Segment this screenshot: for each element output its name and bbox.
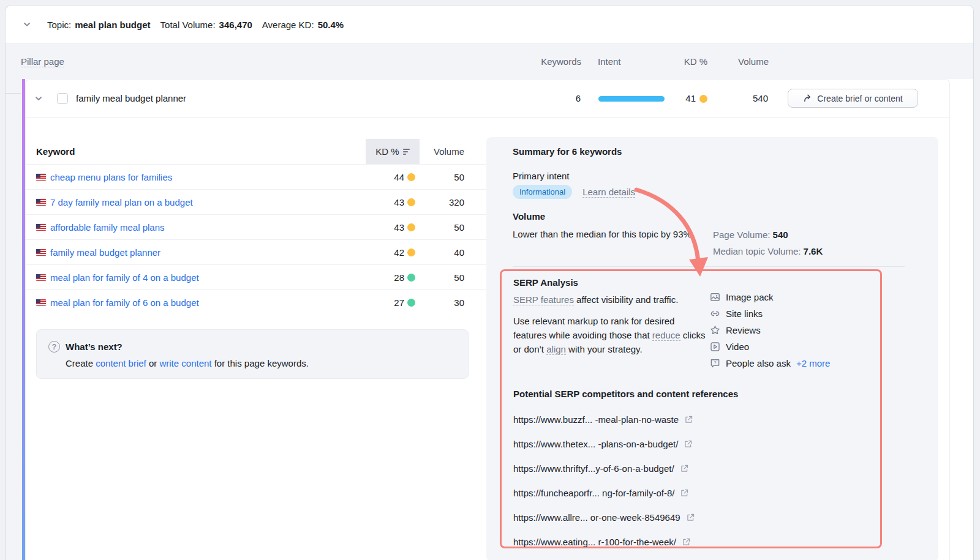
volume-value: 320 <box>420 197 464 207</box>
volume-value: 40 <box>420 247 464 258</box>
kd-difficulty-dot <box>407 299 415 307</box>
content-brief-link[interactable]: content brief <box>96 358 146 368</box>
site-links-icon <box>710 308 720 319</box>
table-row: cheap menu plans for families4450 <box>26 164 491 189</box>
keyword-link[interactable]: cheap menu plans for families <box>50 172 172 182</box>
serp-feature-label: Video <box>726 342 749 352</box>
competitor-url-row: https://www.eating... r-100-for-the-week… <box>513 529 695 554</box>
us-flag-icon <box>36 224 46 231</box>
external-link-icon[interactable] <box>680 464 689 473</box>
chevron-down-icon[interactable] <box>23 20 31 29</box>
keyword-link[interactable]: meal plan for family of 6 on a budget <box>50 297 199 308</box>
us-flag-icon <box>36 299 46 306</box>
external-link-icon[interactable] <box>682 537 691 547</box>
us-flag-icon <box>36 174 46 181</box>
pillar-card: family meal budget planner 6 41 540 Crea… <box>25 79 950 560</box>
serp-feature-label: People also ask <box>726 358 791 368</box>
chevron-down-icon[interactable] <box>34 94 43 103</box>
kd-cell: 43 <box>366 222 420 233</box>
image-pack-icon <box>710 292 720 302</box>
text: Create <box>66 358 96 368</box>
keyword-cell: affordable family meal plans <box>26 222 366 233</box>
keyword-link[interactable]: affordable family meal plans <box>50 222 165 233</box>
serp-feature-item: Reviews <box>710 324 830 336</box>
topic-value: meal plan budget <box>75 20 150 30</box>
competitors-title: Potential SERP competitors and content r… <box>513 389 738 399</box>
align-link[interactable]: align <box>546 344 566 355</box>
header-kd-label: KD % <box>375 146 399 157</box>
volume-value: 30 <box>420 297 464 308</box>
kd-difficulty-dot <box>407 198 415 206</box>
header-kd-sort[interactable]: KD % <box>366 139 420 164</box>
serp-feature-label: Site links <box>726 308 763 319</box>
whats-next-text: Create content brief or write content fo… <box>66 358 309 368</box>
intent-badge[interactable]: Informational <box>513 185 572 199</box>
question-circle-icon: ? <box>48 341 60 353</box>
kd-cell: 43 <box>366 197 420 207</box>
kd-cell: 44 <box>366 172 420 182</box>
kd-value: 28 <box>394 272 404 283</box>
total-volume-label: Total Volume: <box>160 20 216 30</box>
keyword-rows: cheap menu plans for families44507 day f… <box>26 164 491 315</box>
kd-value: 43 <box>394 222 404 233</box>
median-volume-value: 7.6K <box>804 246 823 256</box>
write-content-link[interactable]: write content <box>159 358 211 368</box>
pillar-page-label[interactable]: Pillar page <box>21 56 64 67</box>
competitor-url: https://www.thriftyf...y-of-6-on-a-budge… <box>513 463 674 474</box>
competitor-url-row: https://www.buzzf... -meal-plan-no-waste <box>513 407 695 431</box>
volume-section-label: Volume <box>513 211 545 222</box>
serp-feature-label: Reviews <box>726 325 761 335</box>
page-volume-stat: Page Volume: 540 <box>713 230 788 240</box>
serp-intro: SERP features affect visibility and traf… <box>513 294 678 305</box>
us-flag-icon <box>36 199 46 206</box>
whats-next-title: What’s next? <box>66 342 123 352</box>
pillar-checkbox[interactable] <box>57 93 68 104</box>
more-features-link[interactable]: +2 more <box>796 358 830 368</box>
create-brief-label: Create brief or content <box>817 94 902 103</box>
pillar-title: family meal budget planner <box>76 93 186 103</box>
median-volume-stat: Median topic Volume: 7.6K <box>713 246 823 256</box>
table-row: family meal budget planner4240 <box>26 239 491 264</box>
divider <box>513 266 905 267</box>
kd-cell: 42 <box>366 247 420 258</box>
competitor-url-row: https://www.allre... or-one-week-8549649 <box>513 505 695 529</box>
median-volume-label: Median topic Volume: <box>713 246 801 256</box>
create-brief-button[interactable]: Create brief or content <box>788 89 918 108</box>
column-keywords: Keywords <box>520 56 581 67</box>
average-kd-label: Average KD: <box>262 20 314 30</box>
reduce-link[interactable]: reduce <box>652 330 680 341</box>
text: with your strategy. <box>566 344 643 354</box>
competitor-url: https://www.thetex... -plans-on-a-budget… <box>513 439 678 449</box>
keyword-link[interactable]: meal plan for family of 4 on a budget <box>50 272 199 283</box>
external-link-icon[interactable] <box>684 415 693 424</box>
external-link-icon[interactable] <box>684 439 693 449</box>
topic-label: Topic: <box>47 20 71 30</box>
table-row: meal plan for family of 4 on a budget285… <box>26 264 491 289</box>
learn-details-link[interactable]: Learn details <box>582 187 635 198</box>
table-row: affordable family meal plans4350 <box>26 214 491 239</box>
table-row: meal plan for family of 6 on a budget273… <box>26 289 491 315</box>
keyword-link[interactable]: family meal budget planner <box>50 247 160 258</box>
serp-feature-item: Site links <box>710 308 830 319</box>
column-volume: Volume <box>716 56 769 67</box>
us-flag-icon <box>36 274 46 281</box>
page-volume-value: 540 <box>773 230 788 240</box>
tree-connector-line <box>6 93 21 94</box>
competitor-url: https://funcheaporfr... ng-for-family-of… <box>513 488 674 498</box>
column-header-band: Pillar page Keywords Intent KD % Volume <box>6 43 973 79</box>
serp-feature-item: Image pack <box>710 291 830 303</box>
text: Use relevant markup to rank for desired … <box>513 316 674 340</box>
keyword-link[interactable]: 7 day family meal plan on a budget <box>50 197 193 207</box>
competitor-url-row: https://funcheaporfr... ng-for-family-of… <box>513 480 695 505</box>
people-also-ask-icon: ? <box>710 358 720 368</box>
redo-arrow-icon <box>803 94 812 103</box>
kd-difficulty-dot <box>407 274 415 282</box>
external-link-icon[interactable] <box>680 488 689 498</box>
external-link-icon[interactable] <box>686 513 695 522</box>
serp-features-link[interactable]: SERP features <box>513 294 574 305</box>
serp-feature-label: Image pack <box>726 292 774 302</box>
volume-value: 50 <box>420 272 464 283</box>
kd-value: 44 <box>394 172 404 182</box>
serp-feature-item: ?People also ask +2 more <box>710 357 830 369</box>
kd-cell: 28 <box>366 272 420 283</box>
